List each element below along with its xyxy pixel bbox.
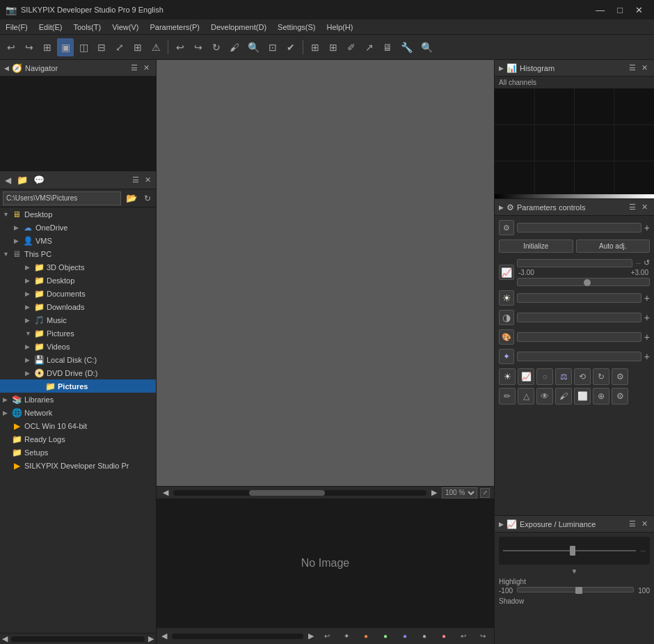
minimize-button[interactable]: — [590, 3, 610, 17]
tool-copy-icon[interactable]: ⊕ [593, 388, 609, 405]
tree-item-libraries[interactable]: ▶ 📚 Libraries [0, 393, 156, 406]
tb-r2[interactable]: ⊞ [325, 38, 342, 56]
scroll-right-btn[interactable]: ▶ [429, 487, 439, 498]
exposure-expand-icon[interactable]: ▶ [499, 521, 504, 528]
tb-r1[interactable]: ⊞ [307, 38, 324, 56]
bot-icon-3[interactable]: ● [358, 627, 374, 645]
tree-item-pictures[interactable]: ▼ 📁 Pictures [0, 327, 156, 340]
tone-slider-1[interactable] [517, 259, 632, 267]
initialize-button[interactable]: Initialize [499, 239, 573, 253]
tb-check[interactable]: ✔ [282, 38, 299, 56]
tree-item-videos[interactable]: ▶ 📁 Videos [0, 340, 156, 353]
image-view[interactable] [157, 60, 494, 486]
fb-path-input[interactable] [3, 191, 121, 205]
tool-rotate-icon[interactable]: ⟲ [574, 368, 591, 385]
sharpness-icon[interactable]: ✦ [499, 349, 514, 364]
sharpness-plus[interactable]: + [644, 351, 650, 362]
tb-screen[interactable]: 🖥 [379, 38, 396, 56]
tool-circle-icon[interactable]: ○ [536, 368, 553, 385]
menu-parameters[interactable]: Parameters(P) [144, 22, 205, 33]
bot-icon-7[interactable]: ● [436, 627, 452, 645]
tone-curve-icon[interactable]: 📈 [499, 265, 514, 280]
tree-item-desktop2[interactable]: ▶ 📁 Desktop [0, 274, 156, 287]
tree-item-picturesfolder[interactable]: 📁 Pictures [0, 379, 156, 393]
scroll-left-btn[interactable]: ◀ [161, 487, 170, 498]
menu-file[interactable]: File(F) [0, 22, 33, 33]
params-expand-icon[interactable]: ▶ [499, 204, 504, 211]
tool-wb-icon[interactable]: ⚖ [555, 368, 572, 385]
param-plus-main[interactable]: + [644, 222, 650, 233]
sharpness-slider[interactable] [517, 352, 641, 361]
menu-help[interactable]: Help(H) [321, 22, 359, 33]
histogram-menu-btn[interactable]: ☰ [627, 63, 638, 73]
tool-gear2-icon[interactable]: ⚙ [612, 368, 628, 385]
param-slider-main[interactable] [517, 223, 641, 233]
menu-edit[interactable]: Edit(E) [33, 22, 68, 33]
brightness-icon[interactable]: ☀ [499, 290, 514, 306]
tree-item-onedrive[interactable]: ▶ ☁ OneDrive [0, 221, 156, 234]
menu-settings[interactable]: Settings(S) [272, 22, 321, 33]
fb-folder-icon[interactable]: 📁 [15, 174, 30, 186]
exposure-menu-btn[interactable]: ☰ [627, 519, 638, 529]
bot-icon-5[interactable]: ● [397, 627, 413, 645]
params-close-btn[interactable]: ✕ [639, 202, 650, 212]
tb-single[interactable]: ▣ [57, 38, 74, 56]
tree-item-localc[interactable]: ▶ 💾 Local Disk (C:) [0, 353, 156, 366]
tree-item-dvd[interactable]: ▶ 📀 DVD Drive (D:) [0, 366, 156, 379]
tree-item-desktop[interactable]: ▼ 🖥 Desktop [0, 207, 156, 221]
tool-rotate2-icon[interactable]: ↻ [593, 368, 609, 385]
tree-item-thispc[interactable]: ▼ 🖥 This PC [0, 247, 156, 260]
tb-next[interactable]: ↪ [190, 38, 207, 56]
param-gear-icon[interactable]: ⚙ [499, 220, 514, 235]
bot-icon-2[interactable]: ✦ [338, 627, 355, 645]
menu-view[interactable]: View(V) [106, 22, 144, 33]
fb-scroll-right[interactable]: ▶ [146, 634, 156, 644]
brightness-plus[interactable]: + [644, 292, 650, 304]
params-menu-btn[interactable]: ☰ [627, 202, 638, 212]
tree-item-setups[interactable]: 📁 Setups [0, 446, 156, 459]
tone-curve-reset-icon[interactable]: ↺ [644, 258, 650, 267]
tree-item-silkypix[interactable]: ▶ SILKYPIX Developer Studio Pr [0, 459, 156, 472]
histogram-expand-icon[interactable]: ▶ [499, 65, 504, 72]
navigator-menu-btn[interactable]: ☰ [129, 63, 140, 73]
fb-left-arrow[interactable]: ◀ [3, 175, 13, 186]
tool-erase-icon[interactable]: ⬜ [574, 388, 591, 405]
exposure-close-btn[interactable]: ✕ [639, 519, 650, 529]
menu-tools[interactable]: Tools(T) [67, 22, 106, 33]
bot-icon-4[interactable]: ● [377, 627, 394, 645]
saturation-slider[interactable] [517, 332, 641, 342]
tb-export[interactable]: ↗ [361, 38, 378, 56]
tb-search[interactable]: 🔍 [417, 38, 436, 56]
tree-item-documents[interactable]: ▶ 📁 Documents [0, 287, 156, 300]
contrast-plus[interactable]: + [644, 312, 650, 323]
bot-icon-1[interactable]: ↩ [319, 627, 335, 645]
saturation-icon[interactable]: 🎨 [499, 329, 514, 345]
menu-development[interactable]: Development(D) [205, 22, 272, 33]
brightness-slider[interactable] [517, 293, 641, 303]
contrast-icon[interactable]: ◑ [499, 310, 514, 325]
statusbar-scroll-right[interactable]: ▶ [306, 631, 316, 641]
zoom-dropdown[interactable]: 100 % 50 % 200 % [442, 487, 477, 498]
tool-eye-icon[interactable]: 👁 [536, 388, 553, 405]
tb-eyedrop[interactable]: 🔍 [244, 38, 263, 56]
tb-split[interactable]: ◫ [75, 38, 92, 56]
navigator-close-btn[interactable]: ✕ [141, 63, 152, 73]
expand-corner-btn[interactable]: ⤢ [480, 488, 490, 498]
fb-chat-icon[interactable]: 💬 [31, 174, 47, 186]
statusbar-scroll-left[interactable]: ◀ [159, 631, 169, 641]
tb-warn[interactable]: ⚠ [147, 38, 164, 56]
contrast-slider[interactable] [517, 313, 641, 322]
fb-scroll-left[interactable]: ◀ [0, 634, 10, 644]
fb-expand-icon[interactable]: ☰ [130, 175, 141, 185]
tb-expand[interactable]: ⤢ [111, 38, 128, 56]
tree-item-vms[interactable]: ▶ 👤 VMS [0, 234, 156, 247]
tb-r3[interactable]: ✐ [343, 38, 360, 56]
tb-prev[interactable]: ↩ [172, 38, 189, 56]
tree-item-readylogs[interactable]: 📁 Ready Logs [0, 432, 156, 446]
fb-new-folder-btn[interactable]: 📂 [124, 192, 139, 204]
tb-crop[interactable]: ⊡ [264, 38, 281, 56]
tb-undo[interactable]: ↩ [3, 38, 19, 56]
close-button[interactable]: ✕ [630, 3, 648, 17]
tool-triangle-icon[interactable]: △ [518, 388, 534, 405]
highlight-slider[interactable] [517, 587, 634, 592]
